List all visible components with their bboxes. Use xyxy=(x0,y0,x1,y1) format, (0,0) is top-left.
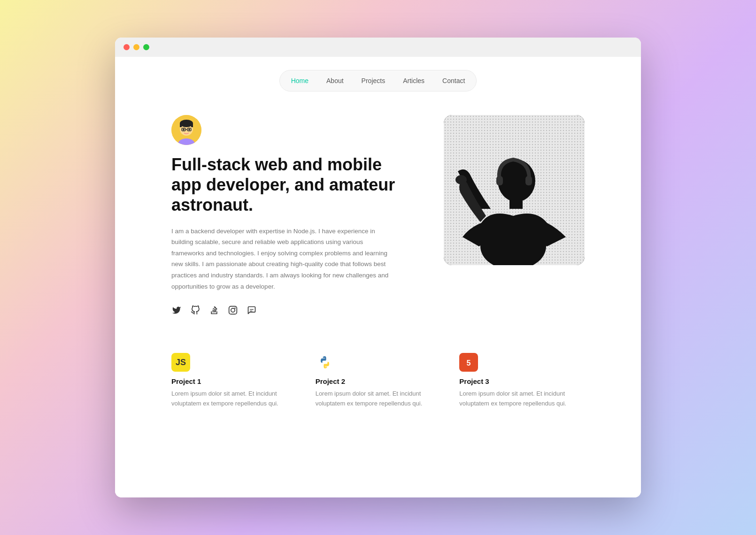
svg-rect-24 xyxy=(525,176,532,185)
project-icon-python xyxy=(316,353,334,372)
svg-rect-21 xyxy=(509,197,523,209)
browser-chrome xyxy=(115,38,641,57)
project-3-desc: Lorem ipsum dolor sit amet. Et incidunt … xyxy=(459,389,585,409)
svg-point-13 xyxy=(234,307,236,309)
python-logo xyxy=(317,355,332,370)
projects-grid: JS Project 1 Lorem ipsum dolor sit amet.… xyxy=(171,353,585,409)
nav-pill: Home About Projects Articles Contact xyxy=(279,70,477,92)
svg-point-9 xyxy=(183,129,185,130)
nav-item-articles[interactable]: Articles xyxy=(394,74,433,87)
svg-point-12 xyxy=(231,308,235,312)
nav-item-contact[interactable]: Contact xyxy=(434,74,473,87)
hero-right xyxy=(444,115,585,265)
project-2-desc: Lorem ipsum dolor sit amet. Et incidunt … xyxy=(316,389,441,409)
github-icon[interactable] xyxy=(190,305,201,315)
hero-left: Full-stack web and mobile app developer,… xyxy=(171,115,397,315)
nav-item-home[interactable]: Home xyxy=(283,74,317,87)
project-1-title: Project 1 xyxy=(171,377,297,385)
project-icon-js: JS xyxy=(171,353,190,372)
svg-point-10 xyxy=(188,129,190,130)
avatar xyxy=(171,115,201,145)
projects-section: JS Project 1 Lorem ipsum dolor sit amet.… xyxy=(115,334,641,409)
social-icons xyxy=(171,305,397,315)
browser-content: Home About Projects Articles Contact xyxy=(115,57,641,497)
hero-description: I am a backend developer with expertise … xyxy=(171,226,397,292)
navigation: Home About Projects Articles Contact xyxy=(115,57,641,101)
hero-image xyxy=(444,115,585,265)
hero-section: Full-stack web and mobile app developer,… xyxy=(115,101,641,334)
hero-title: Full-stack web and mobile app developer,… xyxy=(171,154,397,215)
project-card-2: Project 2 Lorem ipsum dolor sit amet. Et… xyxy=(316,353,441,409)
project-icon-html: 5 xyxy=(459,353,478,372)
maximize-button[interactable] xyxy=(143,44,149,50)
project-card-1: JS Project 1 Lorem ipsum dolor sit amet.… xyxy=(171,353,297,409)
instagram-icon[interactable] xyxy=(228,305,238,315)
nav-item-projects[interactable]: Projects xyxy=(353,74,394,87)
svg-rect-4 xyxy=(180,123,182,127)
svg-rect-11 xyxy=(229,306,237,314)
hero-photo xyxy=(444,115,585,265)
svg-point-22 xyxy=(455,175,467,184)
svg-text:5: 5 xyxy=(467,359,471,367)
project-card-3: 5 Project 3 Lorem ipsum dolor sit amet. … xyxy=(459,353,585,409)
close-button[interactable] xyxy=(123,44,130,50)
nav-item-about[interactable]: About xyxy=(318,74,352,87)
svg-rect-23 xyxy=(496,176,503,185)
twitter-icon[interactable] xyxy=(171,305,182,315)
html5-logo: 5 xyxy=(462,356,475,369)
browser-window: Home About Projects Articles Contact xyxy=(115,38,641,497)
project-1-desc: Lorem ipsum dolor sit amet. Et incidunt … xyxy=(171,389,297,409)
project-3-title: Project 3 xyxy=(459,377,585,385)
message-icon[interactable] xyxy=(247,305,257,315)
avatar-illustration xyxy=(171,115,201,145)
svg-point-3 xyxy=(180,120,193,127)
stackoverflow-icon[interactable] xyxy=(209,305,219,315)
svg-rect-5 xyxy=(191,123,193,127)
minimize-button[interactable] xyxy=(133,44,139,50)
project-2-title: Project 2 xyxy=(316,377,441,385)
